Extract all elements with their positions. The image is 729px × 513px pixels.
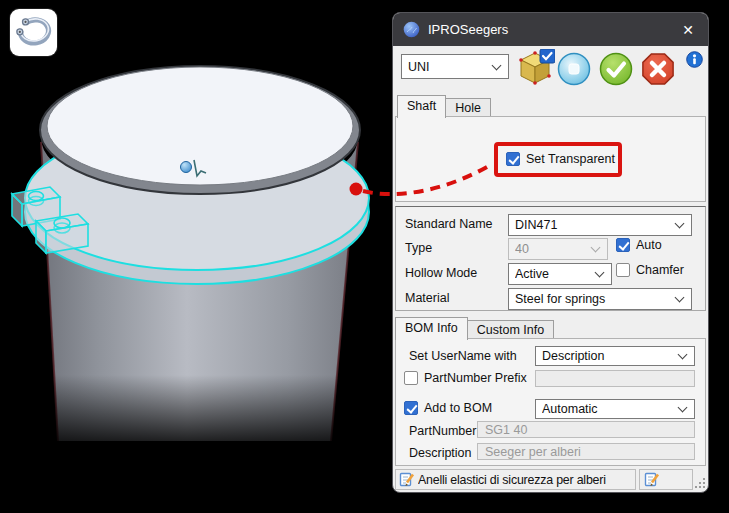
chamfer-label: Chamfer [636, 263, 684, 278]
auto-label: Auto [636, 238, 662, 253]
close-button[interactable]: ✕ [668, 13, 708, 46]
chamfer-checkbox[interactable] [616, 263, 630, 277]
standard-name-label: Standard Name [405, 216, 493, 232]
chevron-down-icon [675, 219, 685, 229]
set-transparent-checkbox[interactable] [506, 152, 520, 166]
iproseegers-dialog: IPROSeegers ✕ UNI [392, 12, 709, 493]
auto-checkbox[interactable] [616, 238, 630, 252]
chevron-down-icon [492, 60, 502, 70]
preview-button[interactable] [557, 52, 591, 86]
hollow-mode-select[interactable]: Active [508, 263, 612, 285]
tab-bom-info[interactable]: BOM Info [395, 317, 468, 340]
tab-hole[interactable]: Hole [446, 98, 491, 117]
edit-note-icon [644, 472, 660, 488]
cancel-button[interactable] [641, 52, 675, 86]
ok-button[interactable] [599, 52, 633, 86]
tab-custom-info[interactable]: Custom Info [468, 320, 554, 339]
chevron-down-icon [591, 243, 601, 253]
standard-system-value: UNI [408, 60, 489, 74]
chevron-down-icon [595, 268, 605, 278]
material-select[interactable]: Steel for springs [508, 288, 692, 310]
description-label: Description [409, 445, 472, 461]
chevron-down-icon [675, 293, 685, 303]
partnumber-prefix-input[interactable] [535, 370, 695, 387]
apply-to-model-button[interactable] [515, 49, 555, 85]
blue-circle-stop-icon [557, 52, 591, 86]
partnumber-prefix-checkbox[interactable] [404, 371, 418, 385]
set-username-select[interactable]: Description [535, 346, 695, 366]
add-to-bom-checkbox[interactable] [404, 401, 418, 415]
partnumber-input[interactable]: SG1 40 [477, 421, 695, 438]
dialog-titlebar[interactable]: IPROSeegers ✕ [393, 13, 708, 46]
red-cross-octagon-icon [641, 52, 675, 86]
viewport-fade [30, 375, 375, 443]
edit-note-icon [399, 472, 415, 488]
dialog-title: IPROSeegers [428, 22, 508, 37]
ring-lug-lower[interactable] [36, 214, 88, 253]
type-label: Type [405, 240, 432, 256]
status-text: Anelli elastici di sicurezza per alberi [418, 473, 606, 487]
set-transparent-highlight: Set Transparent [494, 142, 622, 177]
gold-cube-check-icon [515, 49, 555, 85]
shaft-tab-page: Set Transparent [395, 116, 706, 202]
chevron-down-icon [678, 350, 688, 360]
hollow-mode-label: Hollow Mode [405, 265, 477, 281]
resize-grip[interactable] [693, 476, 705, 488]
standard-system-select[interactable]: UNI [401, 54, 509, 79]
status-text-panel: Anelli elastici di sicurezza per alberi [395, 469, 636, 490]
info-icon[interactable] [686, 51, 703, 68]
add-to-bom-label: Add to BOM [424, 401, 492, 416]
material-label: Material [405, 290, 449, 306]
partnumber-label: PartNumber [409, 423, 476, 439]
cylinder-top-face[interactable] [47, 67, 353, 185]
add-to-bom-select[interactable]: Automatic [535, 399, 695, 419]
chevron-down-icon [678, 403, 688, 413]
tab-shaft[interactable]: Shaft [397, 95, 446, 118]
partnumber-prefix-label: PartNumber Prefix [424, 371, 527, 386]
standard-name-select[interactable]: DIN471 [508, 214, 692, 236]
parameters-panel: Standard Name DIN471 Type 40 Auto Hollow… [395, 206, 706, 311]
edit-note-button[interactable] [639, 469, 693, 490]
set-username-label: Set UserName with [409, 348, 517, 364]
bom-info-tab-page: Set UserName with Description PartNumber… [395, 338, 706, 466]
status-bar: Anelli elastici di sicurezza per alberi [393, 468, 708, 492]
type-select[interactable]: 40 [508, 238, 608, 260]
screenshot-canvas: IPROSeegers ✕ UNI [0, 0, 729, 513]
set-transparent-label: Set Transparent [526, 152, 615, 167]
green-check-icon [599, 52, 633, 86]
iproseegers-logo-icon [403, 21, 420, 38]
description-input[interactable]: Seeger per alberi [477, 443, 695, 460]
